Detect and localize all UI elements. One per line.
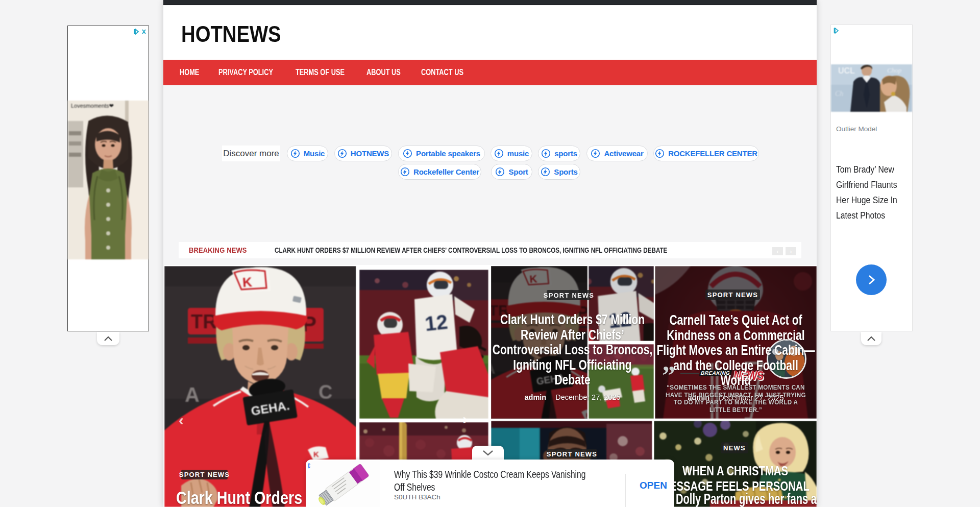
svg-text:K: K <box>242 274 253 290</box>
svg-text:UCL: UCL <box>838 66 855 75</box>
svg-text:12: 12 <box>424 310 449 335</box>
svg-text:Lovesmoments❤: Lovesmoments❤ <box>71 103 114 109</box>
svg-text:C: C <box>318 381 332 403</box>
svg-text:A: A <box>185 383 200 406</box>
svg-text:K: K <box>313 450 319 458</box>
svg-text:Chop: Chop <box>887 66 902 74</box>
svg-text:Ch: Ch <box>835 90 843 98</box>
